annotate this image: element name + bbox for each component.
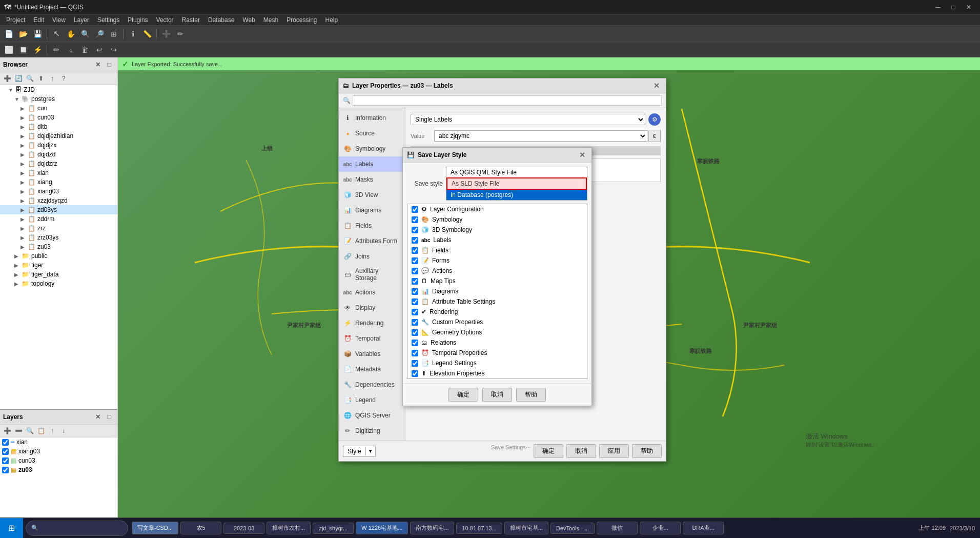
browser-add-btn[interactable]: ➕ bbox=[2, 73, 12, 84]
nav-attrform[interactable]: 📝 Attributes Form bbox=[339, 233, 405, 249]
redo-btn[interactable]: ↪ bbox=[107, 43, 120, 56]
nav-display[interactable]: 👁 Display bbox=[339, 300, 405, 315]
select-feature-btn[interactable]: ⬜ bbox=[2, 43, 15, 56]
nav-metadata[interactable]: 📄 Metadata bbox=[339, 362, 405, 377]
style-dropdown-arrow[interactable]: ▼ bbox=[365, 447, 375, 455]
open-project-btn[interactable]: 📂 bbox=[16, 27, 30, 41]
save-settings-btn[interactable]: Save Settings··· bbox=[491, 444, 530, 458]
menu-plugins[interactable]: Plugins bbox=[124, 15, 152, 25]
dialog-apply-btn[interactable]: 应用 bbox=[599, 444, 629, 458]
layer-item-zu03[interactable]: ▦ zu03 bbox=[0, 465, 117, 474]
taskbar-btn-farmland[interactable]: 樟树市农村... bbox=[267, 522, 311, 534]
browser-collapse-btn[interactable]: ⬆ bbox=[36, 73, 46, 84]
dialog-ok-btn[interactable]: 确定 bbox=[534, 444, 563, 458]
check-labels[interactable]: abc Labels bbox=[407, 235, 587, 245]
layer-checkbox-zu03[interactable] bbox=[2, 467, 9, 473]
taskbar-btn-ip[interactable]: 10.81.87.13... bbox=[456, 523, 502, 534]
nav-labels[interactable]: abc Labels bbox=[339, 156, 405, 172]
menu-settings[interactable]: Settings bbox=[93, 15, 124, 25]
style-dropdown-btn[interactable]: Style ▼ bbox=[343, 446, 376, 457]
check-geoopts[interactable]: 📐 Geometry Options bbox=[407, 327, 587, 337]
menu-mesh[interactable]: Mesh bbox=[259, 15, 282, 25]
tree-item-zu03[interactable]: ▶ 📋 zu03 bbox=[0, 242, 117, 251]
check-customprop[interactable]: 🔧 Custom Properties bbox=[407, 317, 587, 327]
nav-joins[interactable]: 🔗 Joins bbox=[339, 249, 405, 264]
browser-close-btn[interactable]: ✕ bbox=[93, 59, 103, 70]
tree-item-topology[interactable]: ▶ 📁 topology bbox=[0, 279, 117, 288]
save-project-btn[interactable]: 💾 bbox=[31, 27, 44, 41]
checkbox-symbology[interactable] bbox=[412, 216, 418, 223]
checkbox-layer-config[interactable] bbox=[412, 206, 418, 213]
tree-item-public[interactable]: ▶ 📁 public bbox=[0, 251, 117, 261]
layers-add-btn[interactable]: ➕ bbox=[2, 426, 12, 436]
nav-auxstorage[interactable]: 🗃 Auxiliary Storage bbox=[339, 264, 405, 285]
nav-3dview[interactable]: 🧊 3D View bbox=[339, 187, 405, 203]
layer-item-cun03[interactable]: ▦ cun03 bbox=[0, 456, 117, 465]
check-maptips[interactable]: 🗒 Map Tips bbox=[407, 276, 587, 286]
nav-qgisserver[interactable]: 🌐 QGIS Server bbox=[339, 408, 405, 423]
checkbox-attrtable[interactable] bbox=[412, 298, 418, 305]
browser-up-btn[interactable]: ↑ bbox=[47, 73, 57, 84]
check-layer-config[interactable]: ⚙ Layer Configuration bbox=[407, 204, 587, 214]
nav-actions[interactable]: abc Actions bbox=[339, 285, 405, 300]
select-btn[interactable]: ↖ bbox=[50, 27, 63, 41]
checkbox-geoopts[interactable] bbox=[412, 329, 418, 336]
value-field-select[interactable]: abc zjqymc bbox=[434, 130, 647, 142]
check-actions[interactable]: 💬 Actions bbox=[407, 266, 587, 276]
checkbox-fields[interactable] bbox=[412, 247, 418, 254]
label-settings-btn[interactable]: ⚙ bbox=[648, 113, 661, 126]
menu-project[interactable]: Project bbox=[2, 15, 29, 25]
tree-item-dqjdzd[interactable]: ▶ 📋 dqjdzd bbox=[0, 150, 117, 159]
tree-item-dltb[interactable]: ▶ 📋 dltb bbox=[0, 122, 117, 131]
deselect-btn[interactable]: 🔲 bbox=[16, 43, 30, 56]
tree-item-tiger-data[interactable]: ▶ 📁 tiger_data bbox=[0, 270, 117, 279]
tree-item-cun[interactable]: ▶ 📋 cun bbox=[0, 104, 117, 113]
dialog-cancel-btn[interactable]: 取消 bbox=[566, 444, 596, 458]
taskbar-btn-wechat[interactable]: 微信 bbox=[597, 522, 638, 534]
checkbox-actions[interactable] bbox=[412, 268, 418, 274]
add-layer-btn[interactable]: ➕ bbox=[159, 27, 173, 41]
identify-btn[interactable]: ℹ bbox=[126, 27, 139, 41]
check-fields[interactable]: 📋 Fields bbox=[407, 245, 587, 255]
zoom-in-btn[interactable]: 🔍 bbox=[78, 27, 92, 41]
taskbar-btn-devtools[interactable]: DevTools - ... bbox=[550, 523, 595, 534]
maximize-btn[interactable]: □ bbox=[946, 0, 961, 14]
checkbox-maptips[interactable] bbox=[412, 278, 418, 285]
tree-item-postgres[interactable]: ▼ 🐘 postgres bbox=[0, 94, 117, 104]
layer-item-xiang03[interactable]: ▦ xiang03 bbox=[0, 447, 117, 456]
nav-symbology[interactable]: 🎨 Symbology bbox=[339, 141, 405, 156]
taskbar-btn-zjd[interactable]: zjd_shyqr... bbox=[313, 523, 354, 534]
undo-btn[interactable]: ↩ bbox=[93, 43, 106, 56]
browser-help-btn[interactable]: ? bbox=[58, 73, 69, 84]
tree-item-zd03ys[interactable]: ▶ 📋 zd03ys bbox=[0, 205, 117, 214]
nav-temporal[interactable]: ⏰ Temporal bbox=[339, 331, 405, 346]
measure-btn[interactable]: 📏 bbox=[140, 27, 154, 41]
nav-digitizing[interactable]: ✏ Digitizing bbox=[339, 423, 405, 439]
check-3dsymbology[interactable]: 🧊 3D Symbology bbox=[407, 225, 587, 235]
layers-close-btn[interactable]: ✕ bbox=[93, 412, 103, 422]
taskbar-btn-file[interactable]: 写文章-CSD... bbox=[132, 522, 178, 534]
check-rendering[interactable]: ✔ Rendering bbox=[407, 307, 587, 317]
checkbox-legend[interactable] bbox=[412, 360, 418, 367]
nav-diagrams[interactable]: 📊 Diagrams bbox=[339, 203, 405, 218]
nav-rendering[interactable]: ⚡ Rendering bbox=[339, 315, 405, 331]
layer-props-search-input[interactable] bbox=[353, 95, 662, 106]
digitize-btn[interactable]: ✏ bbox=[50, 43, 63, 56]
taskbar-btn-south[interactable]: 南方数码宅... bbox=[410, 522, 454, 534]
layer-props-close-btn[interactable]: ✕ bbox=[651, 81, 662, 91]
layer-checkbox-xian[interactable] bbox=[2, 439, 9, 446]
map-area[interactable]: ✓ Layer Exported: Successfully save... 上… bbox=[118, 57, 980, 522]
layer-checkbox-cun03[interactable] bbox=[2, 457, 9, 464]
menu-vector[interactable]: Vector bbox=[152, 15, 178, 25]
tree-item-zrz03ys[interactable]: ▶ 📋 zrz03ys bbox=[0, 233, 117, 242]
layers-filter-btn[interactable]: 🔍 bbox=[25, 426, 35, 436]
layers-remove-btn[interactable]: ➖ bbox=[13, 426, 24, 436]
check-legend[interactable]: 📑 Legend Settings bbox=[407, 358, 587, 368]
check-attrtable[interactable]: 📋 Attribute Table Settings bbox=[407, 296, 587, 307]
tree-item-zrz[interactable]: ▶ 📋 zrz bbox=[0, 224, 117, 233]
taskbar-btn-enterprise[interactable]: 企业... bbox=[640, 522, 681, 534]
check-forms[interactable]: 📝 Forms bbox=[407, 255, 587, 266]
taskbar-search[interactable]: 🔍 bbox=[26, 521, 128, 536]
layers-float-btn[interactable]: □ bbox=[104, 412, 114, 422]
browser-refresh-btn[interactable]: 🔄 bbox=[13, 73, 24, 84]
